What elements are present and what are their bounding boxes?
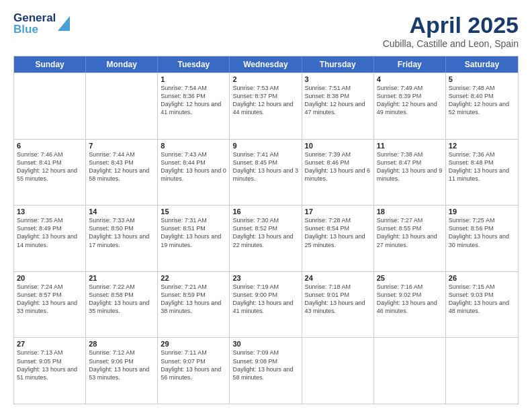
day-info: Sunrise: 7:44 AM Sunset: 8:43 PM Dayligh… [89,150,154,183]
day-number: 2 [232,75,298,83]
day-info: Sunrise: 7:36 AM Sunset: 8:48 PM Dayligh… [449,150,515,183]
calendar-header-friday: Friday [374,56,446,73]
day-number: 6 [17,142,83,150]
day-info: Sunrise: 7:35 AM Sunset: 8:49 PM Dayligh… [17,216,83,249]
calendar-cell [14,73,86,139]
calendar-cell: 21Sunrise: 7:22 AM Sunset: 8:58 PM Dayli… [86,272,158,338]
day-number: 19 [449,208,515,216]
day-info: Sunrise: 7:30 AM Sunset: 8:52 PM Dayligh… [232,216,298,249]
day-number: 9 [232,142,298,150]
day-number: 28 [89,340,154,348]
day-info: Sunrise: 7:39 AM Sunset: 8:46 PM Dayligh… [305,150,371,183]
day-info: Sunrise: 7:31 AM Sunset: 8:51 PM Dayligh… [161,216,226,249]
day-number: 17 [305,208,371,216]
logo-line1: General [13,12,56,24]
day-info: Sunrise: 7:43 AM Sunset: 8:44 PM Dayligh… [161,150,226,183]
day-number: 12 [449,142,515,150]
day-info: Sunrise: 7:54 AM Sunset: 8:36 PM Dayligh… [161,84,226,117]
calendar-cell: 23Sunrise: 7:19 AM Sunset: 9:00 PM Dayli… [230,272,302,338]
calendar-cell: 14Sunrise: 7:33 AM Sunset: 8:50 PM Dayli… [86,205,158,271]
header: General Blue April 2025 Cubilla, Castill… [13,12,519,49]
calendar-cell: 13Sunrise: 7:35 AM Sunset: 8:49 PM Dayli… [14,205,86,271]
day-info: Sunrise: 7:25 AM Sunset: 8:56 PM Dayligh… [449,216,515,249]
calendar-cell: 12Sunrise: 7:36 AM Sunset: 8:48 PM Dayli… [446,140,518,205]
day-info: Sunrise: 7:09 AM Sunset: 9:08 PM Dayligh… [232,349,298,381]
day-info: Sunrise: 7:21 AM Sunset: 8:59 PM Dayligh… [161,283,226,316]
calendar-cell: 11Sunrise: 7:38 AM Sunset: 8:47 PM Dayli… [374,140,446,205]
calendar-cell: 17Sunrise: 7:28 AM Sunset: 8:54 PM Dayli… [302,205,374,271]
day-info: Sunrise: 7:15 AM Sunset: 9:03 PM Dayligh… [449,283,515,316]
main-title: April 2025 [383,12,519,38]
day-info: Sunrise: 7:11 AM Sunset: 9:07 PM Dayligh… [161,349,226,381]
day-number: 18 [377,208,443,216]
day-info: Sunrise: 7:16 AM Sunset: 9:02 PM Dayligh… [377,283,443,316]
calendar-header-saturday: Saturday [446,56,518,73]
day-number: 23 [232,274,298,282]
calendar-week-4: 20Sunrise: 7:24 AM Sunset: 8:57 PM Dayli… [14,271,518,338]
day-info: Sunrise: 7:28 AM Sunset: 8:54 PM Dayligh… [305,216,371,249]
calendar-cell: 9Sunrise: 7:41 AM Sunset: 8:45 PM Daylig… [230,140,302,205]
day-number: 8 [161,142,226,150]
calendar-cell: 18Sunrise: 7:27 AM Sunset: 8:55 PM Dayli… [374,205,446,271]
day-number: 15 [161,208,226,216]
day-number: 14 [89,208,154,216]
calendar-cell: 19Sunrise: 7:25 AM Sunset: 8:56 PM Dayli… [446,205,518,271]
day-info: Sunrise: 7:53 AM Sunset: 8:37 PM Dayligh… [232,84,298,117]
calendar-cell: 1Sunrise: 7:54 AM Sunset: 8:36 PM Daylig… [158,73,230,139]
calendar-cell: 26Sunrise: 7:15 AM Sunset: 9:03 PM Dayli… [446,272,518,338]
calendar-cell: 25Sunrise: 7:16 AM Sunset: 9:02 PM Dayli… [374,272,446,338]
calendar-cell: 6Sunrise: 7:46 AM Sunset: 8:41 PM Daylig… [14,140,86,205]
calendar-week-2: 6Sunrise: 7:46 AM Sunset: 8:41 PM Daylig… [14,139,518,205]
calendar-cell: 4Sunrise: 7:49 AM Sunset: 8:39 PM Daylig… [374,73,446,139]
day-number: 4 [377,75,443,83]
day-info: Sunrise: 7:18 AM Sunset: 9:01 PM Dayligh… [305,283,371,316]
day-number: 22 [161,274,226,282]
calendar-cell: 3Sunrise: 7:51 AM Sunset: 8:38 PM Daylig… [302,73,374,139]
day-info: Sunrise: 7:33 AM Sunset: 8:50 PM Dayligh… [89,216,154,249]
day-info: Sunrise: 7:46 AM Sunset: 8:41 PM Dayligh… [17,150,83,183]
calendar-cell: 28Sunrise: 7:12 AM Sunset: 9:06 PM Dayli… [86,338,158,404]
day-number: 3 [305,75,371,83]
day-number: 21 [89,274,154,282]
logo-text-block: General Blue [13,12,56,35]
day-number: 26 [449,274,515,282]
day-info: Sunrise: 7:38 AM Sunset: 8:47 PM Dayligh… [377,150,443,183]
day-info: Sunrise: 7:12 AM Sunset: 9:06 PM Dayligh… [89,349,154,381]
calendar-header-wednesday: Wednesday [230,56,302,73]
calendar-cell: 10Sunrise: 7:39 AM Sunset: 8:46 PM Dayli… [302,140,374,205]
calendar-body: 1Sunrise: 7:54 AM Sunset: 8:36 PM Daylig… [14,73,518,404]
day-number: 20 [17,274,83,282]
calendar-week-5: 27Sunrise: 7:13 AM Sunset: 9:05 PM Dayli… [14,337,518,404]
title-section: April 2025 Cubilla, Castille and Leon, S… [383,12,519,49]
day-number: 30 [232,340,298,348]
day-number: 27 [17,340,83,348]
calendar-cell: 5Sunrise: 7:48 AM Sunset: 8:40 PM Daylig… [446,73,518,139]
calendar-cell: 16Sunrise: 7:30 AM Sunset: 8:52 PM Dayli… [230,205,302,271]
day-number: 29 [161,340,226,348]
svg-marker-0 [58,16,70,31]
calendar-cell: 15Sunrise: 7:31 AM Sunset: 8:51 PM Dayli… [158,205,230,271]
calendar-cell: 2Sunrise: 7:53 AM Sunset: 8:37 PM Daylig… [230,73,302,139]
day-info: Sunrise: 7:27 AM Sunset: 8:55 PM Dayligh… [377,216,443,249]
calendar-cell [374,338,446,404]
logo-triangle-icon [58,16,70,34]
calendar: SundayMondayTuesdayWednesdayThursdayFrid… [13,56,519,404]
day-number: 11 [377,142,443,150]
calendar-cell [86,73,158,139]
day-number: 7 [89,142,154,150]
calendar-cell: 20Sunrise: 7:24 AM Sunset: 8:57 PM Dayli… [14,272,86,338]
day-info: Sunrise: 7:49 AM Sunset: 8:39 PM Dayligh… [377,84,443,117]
day-number: 10 [305,142,371,150]
calendar-cell [302,338,374,404]
logo: General Blue [13,12,70,35]
calendar-cell: 30Sunrise: 7:09 AM Sunset: 9:08 PM Dayli… [230,338,302,404]
day-info: Sunrise: 7:24 AM Sunset: 8:57 PM Dayligh… [17,283,83,316]
day-number: 1 [161,75,226,83]
calendar-cell: 24Sunrise: 7:18 AM Sunset: 9:01 PM Dayli… [302,272,374,338]
calendar-cell: 22Sunrise: 7:21 AM Sunset: 8:59 PM Dayli… [158,272,230,338]
day-info: Sunrise: 7:22 AM Sunset: 8:58 PM Dayligh… [89,283,154,316]
calendar-cell: 29Sunrise: 7:11 AM Sunset: 9:07 PM Dayli… [158,338,230,404]
day-number: 25 [377,274,443,282]
subtitle: Cubilla, Castille and Leon, Spain [383,38,519,49]
day-number: 16 [232,208,298,216]
